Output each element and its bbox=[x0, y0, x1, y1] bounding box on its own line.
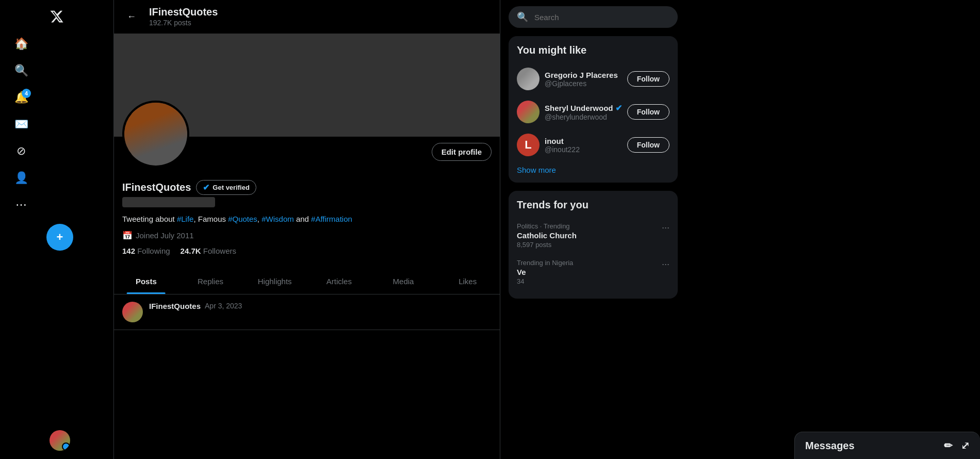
message-compose-icon[interactable]: ✏ bbox=[944, 439, 953, 452]
sidebar-item-more[interactable]: ⋯ bbox=[6, 192, 36, 218]
inout-name: inout bbox=[545, 137, 622, 145]
avatar-image bbox=[517, 68, 540, 90]
messages-bar-label: Messages bbox=[805, 440, 855, 452]
user-avatar[interactable] bbox=[50, 430, 70, 451]
sheryl-avatar bbox=[517, 101, 540, 123]
profile-display-name: IFinestQuotes bbox=[122, 182, 191, 193]
sidebar-item-profile[interactable]: 👤 bbox=[6, 165, 36, 191]
profile-stats: 142 Following 24.7K Followers bbox=[122, 247, 492, 255]
following-label: Following bbox=[137, 247, 170, 255]
sheryl-info: Sheryl Underwood ✔ @sherylunderwood bbox=[545, 103, 622, 121]
follow-button-inout[interactable]: Follow bbox=[627, 137, 669, 153]
hashtag-affirmation[interactable]: #Affirmation bbox=[311, 215, 352, 223]
avatar-image bbox=[517, 101, 540, 123]
tab-replies[interactable]: Replies bbox=[178, 269, 243, 294]
post-username: IFinestQuotes bbox=[149, 302, 201, 310]
tab-highlights[interactable]: Highlights bbox=[242, 269, 307, 294]
message-expand-icon[interactable]: ⤢ bbox=[961, 439, 970, 452]
trends-widget: Trends for you Politics · Trending ··· C… bbox=[509, 191, 678, 299]
sidebar-item-home[interactable]: 🏠 bbox=[6, 31, 36, 57]
search-icon: 🔍 bbox=[517, 11, 528, 23]
followers-count: 24.7K bbox=[181, 247, 201, 255]
messages-icons: ✏ ⤢ bbox=[944, 439, 970, 452]
trends-title: Trends for you bbox=[517, 199, 669, 211]
search-bar[interactable]: 🔍 bbox=[509, 6, 678, 28]
trend-more-icon[interactable]: ··· bbox=[662, 259, 669, 270]
sidebar: 🏠 🔍 🔔 4 ✉️ ⊘ 👤 ⋯ + bbox=[0, 0, 113, 459]
gregorio-handle: @Gjplaceres bbox=[545, 79, 622, 88]
search-input[interactable] bbox=[534, 13, 669, 22]
followers-label: Followers bbox=[203, 247, 236, 255]
hashtag-quotes[interactable]: #Quotes bbox=[228, 215, 257, 223]
trend-item-nigeria[interactable]: Trending in Nigeria ··· Ve 34 bbox=[517, 254, 669, 290]
suggest-item-inout: L inout @inout222 Follow bbox=[517, 128, 669, 161]
follow-button-gregorio[interactable]: Follow bbox=[627, 71, 669, 87]
trend-more-icon[interactable]: ··· bbox=[662, 222, 669, 233]
post-content: IFinestQuotes Apr 3, 2023 bbox=[149, 302, 492, 322]
tab-posts-label: Posts bbox=[136, 277, 157, 286]
gregorio-name: Gregorio J Placeres bbox=[545, 71, 622, 79]
tab-likes[interactable]: Likes bbox=[435, 269, 500, 294]
following-count: 142 bbox=[122, 247, 135, 255]
you-might-like-widget: You might like Gregorio J Placeres @Gjpl… bbox=[509, 36, 678, 183]
sidebar-item-messages[interactable]: ✉️ bbox=[6, 111, 36, 137]
profile-header-post-count: 192.7K posts bbox=[149, 19, 191, 27]
trend-meta: Politics · Trending ··· bbox=[517, 222, 669, 230]
compose-button[interactable]: + bbox=[46, 224, 73, 251]
profile-avatar bbox=[122, 101, 189, 168]
profile-joined: Joined July 2011 bbox=[136, 231, 194, 240]
profile-header: ← IFinestQuotes 192.7K posts bbox=[114, 0, 500, 34]
hashtag-life[interactable]: #Life bbox=[177, 215, 194, 223]
followers-stat[interactable]: 24.7K Followers bbox=[181, 247, 236, 255]
tab-articles[interactable]: Articles bbox=[307, 269, 371, 294]
sheryl-handle: @sherylunderwood bbox=[545, 113, 622, 121]
avatar-image: L bbox=[517, 134, 540, 156]
messages-icon: ✉️ bbox=[14, 118, 28, 131]
get-verified-label: Get verified bbox=[213, 184, 250, 191]
tab-posts[interactable]: Posts bbox=[114, 269, 178, 294]
edit-profile-button[interactable]: Edit profile bbox=[432, 143, 492, 161]
avatar-image bbox=[124, 103, 187, 166]
tab-likes-label: Likes bbox=[459, 277, 477, 286]
messages-bar[interactable]: Messages ✏ ⤢ bbox=[794, 432, 980, 459]
profile-meta: 📅 Joined July 2011 bbox=[122, 231, 492, 240]
sidebar-item-explore[interactable]: 🔍 bbox=[6, 58, 36, 84]
trend-name: Ve bbox=[517, 268, 669, 276]
following-stat[interactable]: 142 Following bbox=[122, 247, 170, 255]
inout-handle: @inout222 bbox=[545, 145, 622, 154]
compose-icon: + bbox=[57, 231, 63, 244]
back-icon: ← bbox=[127, 11, 136, 22]
show-more-link[interactable]: Show more bbox=[517, 161, 669, 174]
notification-badge: 4 bbox=[22, 89, 31, 98]
sidebar-item-drafts[interactable]: ⊘ bbox=[6, 138, 36, 164]
trend-count: 34 bbox=[517, 277, 669, 285]
sheryl-name: Sheryl Underwood ✔ bbox=[545, 103, 622, 113]
tab-media-label: Media bbox=[393, 277, 414, 286]
calendar-icon: 📅 bbox=[122, 231, 133, 240]
profile-icon: 👤 bbox=[14, 171, 28, 185]
more-icon: ⋯ bbox=[14, 198, 28, 211]
inout-avatar: L bbox=[517, 134, 540, 156]
verified-icon: ✔ bbox=[203, 183, 209, 192]
post-preview-row[interactable]: IFinestQuotes Apr 3, 2023 bbox=[114, 294, 500, 330]
avatar-image bbox=[50, 430, 70, 451]
profile-bio: Tweeting about #Life, Famous #Quotes, #W… bbox=[122, 214, 492, 225]
x-logo[interactable] bbox=[44, 4, 69, 29]
trend-item-catholic[interactable]: Politics · Trending ··· Catholic Church … bbox=[517, 217, 669, 254]
tab-articles-label: Articles bbox=[326, 277, 352, 286]
profile-name-row: IFinestQuotes ✔ Get verified bbox=[122, 180, 492, 195]
follow-button-sheryl[interactable]: Follow bbox=[627, 104, 669, 120]
sidebar-item-notifications[interactable]: 🔔 4 bbox=[6, 85, 36, 110]
main-content: ← IFinestQuotes 192.7K posts Edit profil… bbox=[113, 0, 500, 459]
home-icon: 🏠 bbox=[14, 37, 28, 51]
x-logo-icon bbox=[50, 9, 64, 24]
tab-media[interactable]: Media bbox=[371, 269, 436, 294]
get-verified-button[interactable]: ✔ Get verified bbox=[196, 180, 256, 195]
suggest-item-gregorio: Gregorio J Placeres @Gjplaceres Follow bbox=[517, 62, 669, 95]
right-panel: 🔍 You might like Gregorio J Placeres @Gj… bbox=[500, 0, 686, 459]
trend-name: Catholic Church bbox=[517, 231, 669, 240]
back-button[interactable]: ← bbox=[122, 8, 141, 26]
hashtag-wisdom[interactable]: #Wisdom bbox=[262, 215, 294, 223]
profile-section: Edit profile IFinestQuotes ✔ Get verifie… bbox=[114, 137, 500, 261]
gregorio-avatar bbox=[517, 68, 540, 90]
